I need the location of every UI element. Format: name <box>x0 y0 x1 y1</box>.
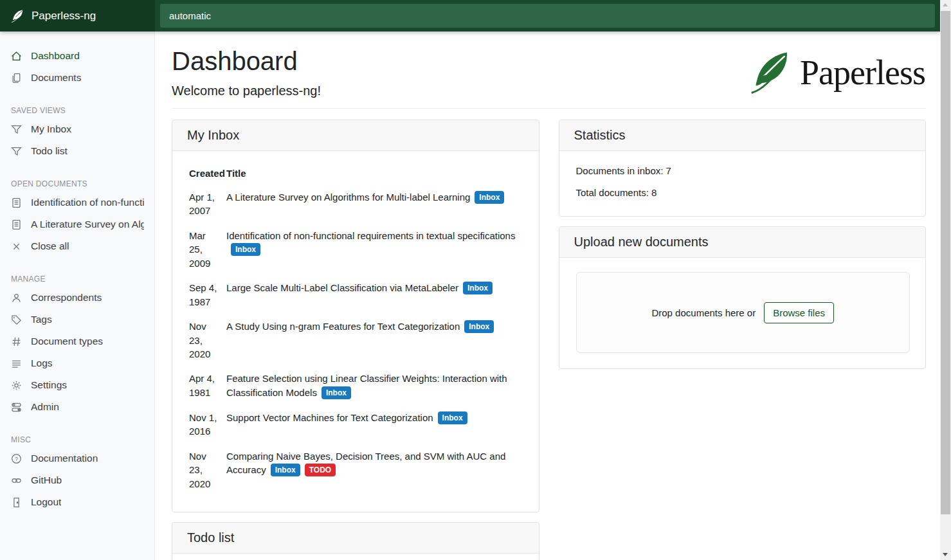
logo-wordmark: Paperless <box>800 53 925 93</box>
statistics-card-title: Statistics <box>559 120 926 151</box>
browse-files-button[interactable]: Browse files <box>764 302 834 323</box>
hash-icon <box>11 336 22 347</box>
tag-icon <box>11 314 22 325</box>
sidebar-heading-open-documents: OPEN DOCUMENTS <box>11 176 144 190</box>
sidebar-heading-saved-views: SAVED VIEWS <box>11 102 144 116</box>
title-cell: Comparing Naive Bayes, Decision Trees, a… <box>226 444 523 496</box>
document-link[interactable]: Identification of non-functional require… <box>226 230 515 241</box>
sidebar-item-todo-list[interactable]: Todo list <box>0 140 155 162</box>
documents-icon <box>11 73 22 84</box>
my-inbox-card: My Inbox Created Title Apr 1, 2007 A Lit… <box>172 120 539 512</box>
created-cell: Nov 23, 2020 <box>189 314 226 366</box>
sidebar-item-document-types[interactable]: Document types <box>0 330 155 352</box>
stat-documents-in-inbox: Documents in inbox: 7 <box>576 165 910 176</box>
statistics-card: Statistics Documents in inbox: 7 Total d… <box>559 120 927 217</box>
svg-text:?: ? <box>15 455 18 462</box>
main-content: Dashboard Welcome to paperless-ng! Paper… <box>155 32 940 560</box>
table-header-row: Created Title <box>189 165 523 185</box>
title-cell: Large Scale Multi-Label Classification v… <box>226 276 523 314</box>
scrollbar-thumb[interactable] <box>941 11 950 514</box>
document-link[interactable]: Support Vector Machines for Text Categor… <box>226 412 433 423</box>
filter-icon <box>11 124 22 135</box>
file-text-icon <box>11 197 22 208</box>
sidebar-item-admin[interactable]: Admin <box>0 396 155 418</box>
created-cell: Apr 4, 1981 <box>189 366 226 405</box>
table-row: Sep 4, 1987 Large Scale Multi-Label Clas… <box>189 276 523 314</box>
created-cell: Nov 1, 2016 <box>189 406 226 444</box>
created-cell: Sep 4, 1987 <box>189 276 226 314</box>
sidebar-item-github[interactable]: GitHub <box>0 469 155 491</box>
document-link[interactable]: A Literature Survey on Algorithms for Mu… <box>226 192 470 203</box>
inbox-badge: Inbox <box>464 320 494 333</box>
list-icon <box>11 358 22 369</box>
top-navbar: Paperless-ng <box>0 0 940 32</box>
house-icon <box>11 51 22 62</box>
sidebar-item-settings[interactable]: Settings <box>0 374 155 396</box>
sidebar-item-my-inbox[interactable]: My Inbox <box>0 118 155 140</box>
scrollbar-down-arrow[interactable] <box>943 553 948 556</box>
inbox-badge: Inbox <box>438 411 467 424</box>
todo-list-card: Todo list Created Title Aug 1, 1996 An A… <box>172 522 539 560</box>
dropzone-text: Drop documents here or <box>651 307 756 318</box>
link-icon <box>11 475 22 486</box>
sidebar-item-open-doc-2[interactable]: A Literature Survey on Algori... <box>0 213 155 235</box>
table-row: Mar 25, 2009 Identification of non-funct… <box>189 224 523 276</box>
stat-total-documents: Total documents: 8 <box>576 187 910 198</box>
sidebar-item-logout[interactable]: Logout <box>0 491 155 513</box>
sidebar-item-logs[interactable]: Logs <box>0 352 155 374</box>
filter-icon <box>11 146 22 157</box>
app-brand[interactable]: Paperless-ng <box>0 0 155 32</box>
leaf-icon <box>10 9 24 23</box>
sidebar-item-dashboard[interactable]: Dashboard <box>0 45 155 67</box>
scrollbar-up-arrow[interactable] <box>943 3 948 6</box>
sidebar-item-documentation[interactable]: ? Documentation <box>0 447 155 469</box>
close-icon <box>11 241 22 252</box>
sidebar-item-open-doc-1[interactable]: Identification of non-functio... <box>0 192 155 213</box>
table-row: Apr 4, 1981 Feature Selection using Line… <box>189 366 523 405</box>
column-header-created: Created <box>189 165 226 185</box>
document-link[interactable]: Comparing Naive Bayes, Decision Trees, a… <box>226 451 505 475</box>
person-icon <box>11 293 22 303</box>
file-text-icon <box>11 219 22 230</box>
leaf-logo-icon <box>747 48 793 97</box>
toggles-icon <box>11 402 22 413</box>
created-cell: Mar 25, 2009 <box>189 224 226 276</box>
upload-dropzone[interactable]: Drop documents here or Browse files <box>576 272 910 353</box>
created-cell: Nov 23, 2020 <box>189 444 226 496</box>
door-icon <box>11 497 22 508</box>
title-cell: Support Vector Machines for Text Categor… <box>226 406 523 444</box>
inbox-badge: Inbox <box>231 243 260 256</box>
created-cell: Apr 1, 2007 <box>189 185 226 224</box>
table-row: Nov 23, 2020 Comparing Naive Bayes, Deci… <box>189 444 523 496</box>
inbox-badge: Inbox <box>322 386 351 399</box>
header-divider <box>172 108 926 109</box>
inbox-badge: Inbox <box>475 191 504 204</box>
vertical-scrollbar[interactable] <box>940 0 951 560</box>
page-header: Dashboard Welcome to paperless-ng! Paper… <box>172 47 926 98</box>
sidebar-item-documents[interactable]: Documents <box>0 67 155 89</box>
inbox-badge: Inbox <box>271 464 300 476</box>
upload-card-title: Upload new documents <box>559 227 926 258</box>
left-column: My Inbox Created Title Apr 1, 2007 A Lit… <box>172 120 539 560</box>
column-header-title: Title <box>226 165 523 185</box>
title-cell: Feature Selection using Linear Classifie… <box>226 366 523 405</box>
gear-icon <box>11 380 22 391</box>
sidebar: Dashboard Documents SAVED VIEWS My Inbox… <box>0 32 155 560</box>
sidebar-heading-manage: MANAGE <box>11 271 144 285</box>
paperless-logo: Paperless <box>747 48 925 97</box>
my-inbox-card-title: My Inbox <box>172 120 539 151</box>
right-column: Statistics Documents in inbox: 7 Total d… <box>559 120 927 379</box>
sidebar-heading-misc: MISC <box>11 431 144 446</box>
sidebar-item-tags[interactable]: Tags <box>0 309 155 330</box>
title-cell: Identification of non-functional require… <box>226 224 523 276</box>
title-cell: A Study Using n-gram Features for Text C… <box>226 314 523 366</box>
app-title: Paperless-ng <box>32 10 96 23</box>
document-link[interactable]: Feature Selection using Linear Classifie… <box>226 373 507 397</box>
table-row: Nov 23, 2020 A Study Using n-gram Featur… <box>189 314 523 366</box>
sidebar-item-close-all[interactable]: Close all <box>0 235 155 257</box>
search-input[interactable] <box>160 4 935 28</box>
sidebar-item-correspondents[interactable]: Correspondents <box>0 287 155 309</box>
document-link[interactable]: Large Scale Multi-Label Classification v… <box>226 282 458 293</box>
upload-card: Upload new documents Drop documents here… <box>559 226 927 369</box>
document-link[interactable]: A Study Using n-gram Features for Text C… <box>226 321 460 332</box>
